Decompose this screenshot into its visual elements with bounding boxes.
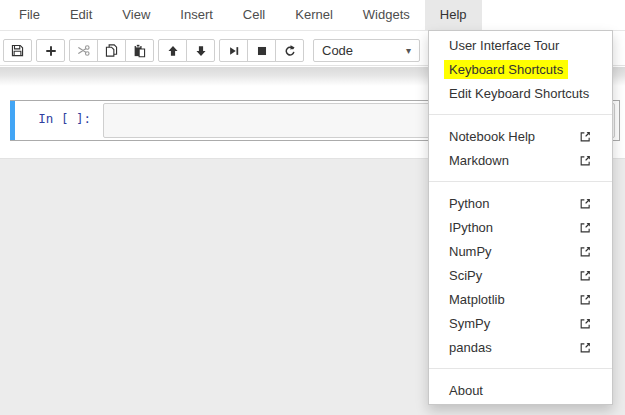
plus-icon (44, 44, 58, 58)
menu-item-scipy[interactable]: SciPy (429, 263, 612, 287)
menu-item-label: About (449, 383, 483, 398)
menu-divider (429, 368, 612, 369)
external-link-icon (579, 197, 592, 210)
menu-item-label: Matplotlib (449, 292, 505, 307)
external-link-icon (579, 341, 592, 354)
run-group (219, 39, 304, 62)
menu-item-python[interactable]: Python (429, 191, 612, 215)
input-prompt: In [ ]: (10, 101, 95, 140)
insert-group (36, 39, 65, 62)
menu-item-markdown[interactable]: Markdown (429, 148, 612, 172)
insert-cell-below-button[interactable] (36, 39, 65, 62)
menu-widgets[interactable]: Widgets (348, 0, 425, 30)
menu-cell[interactable]: Cell (228, 0, 280, 30)
cut-cells-button[interactable] (69, 39, 98, 62)
menu-item-label: SymPy (449, 316, 490, 331)
menu-kernel[interactable]: Kernel (280, 0, 348, 30)
move-group (158, 39, 215, 62)
menu-item-pandas[interactable]: pandas (429, 335, 612, 359)
menu-item-label: Edit Keyboard Shortcuts (449, 86, 589, 101)
menu-item-label: NumPy (449, 244, 492, 259)
menu-item-label: User Interface Tour (449, 38, 559, 53)
external-link-icon (579, 293, 592, 306)
menu-item-matplotlib[interactable]: Matplotlib (429, 287, 612, 311)
menu-file[interactable]: File (4, 0, 55, 30)
floppy-icon (10, 43, 25, 58)
menu-item-label: IPython (449, 220, 493, 235)
cell-type-value: Code (322, 43, 353, 58)
external-link-icon (579, 154, 592, 167)
interrupt-kernel-button[interactable] (247, 39, 276, 62)
external-link-icon (579, 130, 592, 143)
arrow-up-icon (166, 44, 180, 58)
menu-item-label: pandas (449, 340, 492, 355)
menu-help[interactable]: Help (425, 0, 482, 30)
move-cell-down-button[interactable] (186, 39, 215, 62)
scissors-icon (76, 43, 91, 58)
move-cell-up-button[interactable] (158, 39, 187, 62)
save-group (3, 39, 32, 62)
menu-divider (429, 181, 612, 182)
menu-divider (429, 114, 612, 115)
menu-item-keyboard-shortcuts[interactable]: Keyboard Shortcuts (429, 57, 612, 81)
menu-edit[interactable]: Edit (55, 0, 107, 30)
menu-item-notebook-help[interactable]: Notebook Help (429, 124, 612, 148)
cell-type-select[interactable]: Code ▾ (313, 39, 420, 62)
step-forward-icon (227, 44, 241, 58)
highlighted-label: Keyboard Shortcuts (444, 60, 568, 79)
external-link-icon (579, 221, 592, 234)
menu-item-label: Notebook Help (449, 129, 535, 144)
menubar: File Edit View Insert Cell Kernel Widget… (0, 0, 625, 31)
menu-insert[interactable]: Insert (165, 0, 228, 30)
copy-cells-button[interactable] (97, 39, 126, 62)
paste-cells-button[interactable] (125, 39, 154, 62)
menu-view[interactable]: View (107, 0, 165, 30)
paste-icon (132, 43, 147, 58)
menu-item-label: SciPy (449, 268, 482, 283)
menu-item-sympy[interactable]: SymPy (429, 311, 612, 335)
menu-item-ipython[interactable]: IPython (429, 215, 612, 239)
menu-item-user-interface-tour[interactable]: User Interface Tour (429, 33, 612, 57)
clipboard-group (69, 39, 154, 62)
external-link-icon (579, 317, 592, 330)
menu-item-label: Python (449, 196, 489, 211)
copy-icon (104, 43, 119, 58)
stop-icon (255, 44, 269, 58)
menu-item-about[interactable]: About (429, 378, 612, 402)
refresh-icon (283, 44, 297, 58)
run-cell-button[interactable] (219, 39, 248, 62)
save-button[interactable] (3, 39, 32, 62)
menu-item-label: Markdown (449, 153, 509, 168)
chevron-down-icon: ▾ (406, 46, 411, 56)
menu-item-edit-keyboard-shortcuts[interactable]: Edit Keyboard Shortcuts (429, 81, 612, 105)
external-link-icon (579, 245, 592, 258)
help-dropdown-menu: User Interface Tour Keyboard Shortcuts E… (428, 30, 613, 405)
arrow-down-icon (194, 44, 208, 58)
menu-item-numpy[interactable]: NumPy (429, 239, 612, 263)
external-link-icon (579, 269, 592, 282)
selected-cell-bar (10, 101, 15, 140)
restart-kernel-button[interactable] (275, 39, 304, 62)
